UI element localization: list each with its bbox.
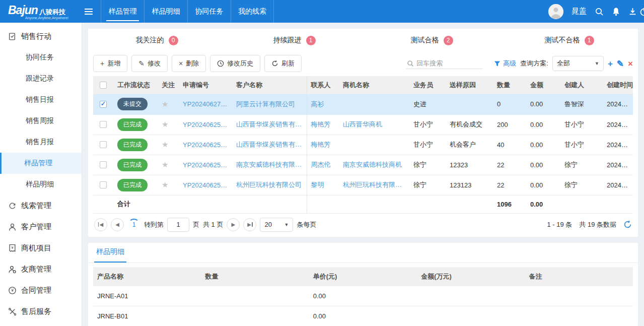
customer-link[interactable]: 南京安威德科技有限公司 [232,155,307,175]
download-icon[interactable] [628,7,637,16]
opportunity-link[interactable]: 山西晋华商机 [339,114,409,135]
filter-my-followed[interactable]: 我关注的 0 [88,36,226,45]
apply-no-link[interactable]: YP20240625010 [179,135,232,155]
sidebar-section-customers[interactable]: 客户管理 [0,216,82,237]
opportunity-link[interactable]: 南京安威德科技商机 [339,155,409,175]
search-input[interactable] [416,59,482,67]
star-icon[interactable]: ★ [162,180,168,189]
sidebar-section-kpi[interactable]: 业绩指标 [0,322,82,326]
advanced-filter-link[interactable]: 高级 [494,59,516,68]
filter-test-passed[interactable]: 测试合格 2 [363,36,500,45]
sidebar-section-after-sales[interactable]: 售后服务 [0,301,82,322]
sidebar-section-contracts[interactable]: ¥ 合同管理 [0,280,82,301]
query-plan-select[interactable]: 全部 ▼ [552,56,604,71]
opportunity-link[interactable] [339,135,409,155]
apply-no-link[interactable]: YP20240625009 [179,114,232,135]
sidebar-item-sales-weekly[interactable]: 销售周报 [0,110,82,132]
refresh-button[interactable]: 刷新 [264,55,302,72]
sidebar-item-sales-monthly[interactable]: 销售月报 [0,132,82,153]
next-page-button[interactable]: ▶ [227,218,240,231]
col-reason[interactable]: 送样原因 [446,76,493,94]
contact-link[interactable]: 梅艳芳 [307,114,339,135]
goto-page-input[interactable] [167,218,189,232]
row-checkbox[interactable] [100,121,107,128]
row-checkbox[interactable] [100,141,107,148]
sidebar-section-leads[interactable]: 线索管理 [0,195,82,216]
filter-test-failed[interactable]: 测试不合格 1 [500,36,638,45]
col-follow[interactable]: 关注 [158,76,179,94]
search-icon[interactable] [595,7,604,16]
col-opportunity[interactable]: 商机名称 [339,76,409,94]
table-row[interactable]: 已完成 ★ YP20240625007 杭州巨玩科技有限公司 黎明 杭州巨玩科技… [93,175,633,195]
col-apply-no[interactable]: 申请编号 [179,76,232,94]
reload-icon[interactable] [623,220,632,229]
add-query-plan-icon[interactable]: + [608,59,613,68]
detail-row[interactable]: JRNE-B01 0.00 [93,306,633,326]
row-checkbox[interactable] [100,101,107,108]
delete-query-plan-icon[interactable]: × [628,59,633,68]
col-customer[interactable]: 客户名称 [232,76,307,94]
sidebar-group-sales-action[interactable]: 销售行动 [0,26,82,47]
customer-link[interactable]: 阿里云计算有限公司 [232,94,307,114]
edit-button[interactable]: ✎修改 [131,55,168,72]
delete-button[interactable]: ×删除 [172,55,206,72]
apply-no-link[interactable]: YP20240625007 [179,175,232,195]
contact-link[interactable]: 黎明 [307,175,339,195]
col-created[interactable]: 创建时间 [603,76,633,94]
username-label[interactable]: 晁盖 [571,7,587,16]
sidebar-item-sales-daily[interactable]: 销售日报 [0,89,82,110]
table-row[interactable]: 未提交 ★ YP20240627001 阿里云计算有限公司 高衫 史进 0 0.… [93,94,633,114]
edit-history-button[interactable]: 修改历史 [210,55,260,72]
col-workflow-status[interactable]: 工作流状态 [113,76,158,94]
col-qty[interactable]: 数量 [493,76,526,94]
star-icon[interactable]: ★ [162,120,168,128]
tab-my-leads[interactable]: 我的线索 [231,0,274,23]
star-icon[interactable]: ★ [162,160,168,169]
sidebar-item-sample-detail[interactable]: 样品明细 [0,174,82,195]
detail-row[interactable]: JRNE-A01 0.00 [93,286,633,306]
opportunity-link[interactable] [339,94,409,114]
col-creator[interactable]: 创建人 [560,76,603,94]
page-size-select[interactable]: 20 ▼ [260,218,293,232]
table-row[interactable]: 已完成 ★ YP20240625006 南京安威德科技有限公司 周杰伦 南京安威… [93,155,633,175]
opportunity-link[interactable]: 杭州巨玩科技有限公司... [339,175,409,195]
contact-link[interactable]: 梅艳芳 [307,135,339,155]
customer-link[interactable]: 杭州巨玩科技有限公司 [232,175,307,195]
row-checkbox[interactable] [100,161,107,168]
sidebar-item-collab-task[interactable]: 协同任务 [0,47,82,68]
current-page[interactable]: 1 [127,218,140,231]
user-avatar[interactable] [548,4,563,19]
detail-tab-sample-detail[interactable]: 样品明细 [94,243,126,263]
bell-icon[interactable] [612,7,620,16]
col-salesman[interactable]: 业务员 [409,76,446,94]
sidebar-item-sample-management[interactable]: 样品管理 [0,153,82,174]
tab-collab-task[interactable]: 协同任务 [187,0,231,23]
first-page-button[interactable]: ◀ [94,218,107,231]
customer-link[interactable]: 山西晋华煤炭销售有限... [232,114,307,135]
star-icon[interactable]: ★ [162,100,168,108]
apply-no-link[interactable]: YP20240625006 [179,155,232,175]
add-button[interactable]: +新增 [93,55,127,72]
filter-continuous-followup[interactable]: 持续跟进 1 [226,36,363,45]
tab-sample-detail[interactable]: 样品明细 [144,0,187,23]
hamburger-menu-icon[interactable] [80,9,98,15]
col-contact[interactable]: 联系人 [307,76,339,94]
col-amount[interactable]: 金额 [526,76,560,94]
contact-link[interactable]: 高衫 [307,94,339,114]
contact-link[interactable]: 周杰伦 [307,155,339,175]
last-page-button[interactable]: ▶ [243,218,256,231]
table-row[interactable]: 已完成 ★ YP20240625009 山西晋华煤炭销售有限... 梅艳芳 山西… [93,114,633,135]
edit-query-plan-icon[interactable]: ✎ [617,59,624,68]
sidebar-section-partners[interactable]: 友商管理 [0,258,82,280]
select-all-checkbox[interactable] [100,82,107,89]
star-icon[interactable]: ★ [162,140,168,149]
prev-page-button[interactable]: ◀ [111,218,124,231]
tab-sample-management[interactable]: 样品管理 [101,0,144,23]
row-checkbox[interactable] [100,181,107,188]
sidebar-item-followup-record[interactable]: 跟进记录 [0,68,82,89]
table-row[interactable]: 已完成 ★ YP20240625010 山西晋华煤炭销售有限... 梅艳芳 甘小… [93,135,633,155]
apply-no-link[interactable]: YP20240627001 [179,94,232,114]
power-icon[interactable] [639,7,644,18]
customer-link[interactable]: 山西晋华煤炭销售有限... [232,135,307,155]
sidebar-section-opportunities[interactable]: ¥ 商机项目 [0,237,82,258]
